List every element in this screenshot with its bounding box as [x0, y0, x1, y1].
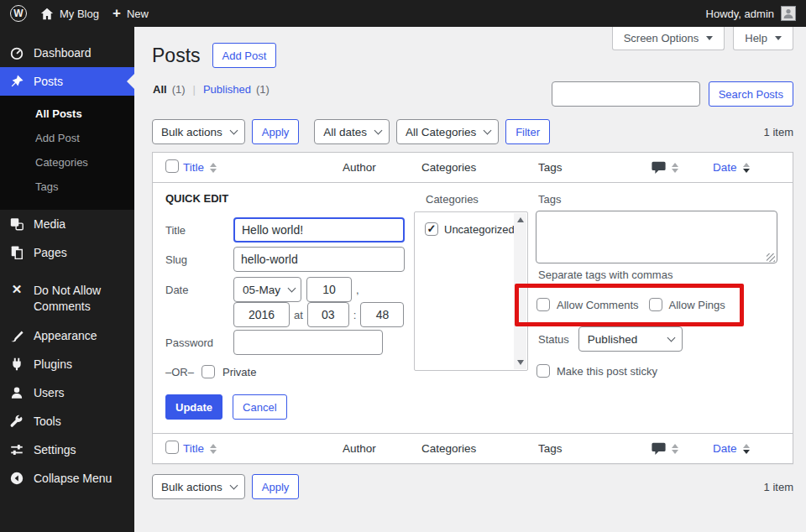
date-colon: : — [353, 309, 357, 321]
sidebar-item-tools[interactable]: Tools — [0, 407, 134, 436]
dashboard-icon — [8, 45, 25, 60]
all-categories-select[interactable]: All Categories — [396, 119, 499, 144]
submenu-item-all-posts[interactable]: All Posts — [0, 102, 134, 126]
view-all-link[interactable]: All — [153, 83, 167, 96]
page-title: Posts — [152, 44, 201, 67]
sidebar-item-media[interactable]: Media — [0, 210, 134, 238]
sidebar-item-dashboard[interactable]: Dashboard — [0, 39, 134, 67]
submenu-item-categories[interactable]: Categories — [0, 150, 134, 175]
sticky-checkbox[interactable] — [536, 364, 550, 378]
private-label: Private — [222, 366, 256, 378]
sort-title-link[interactable]: Title — [183, 442, 204, 455]
wordpress-logo-icon[interactable]: W — [10, 5, 27, 22]
day-input[interactable] — [306, 277, 352, 302]
sort-arrows-icon — [672, 444, 678, 454]
site-name-label: My Blog — [60, 8, 99, 20]
bulk-actions-value: Bulk actions — [161, 481, 222, 493]
sort-title-link[interactable]: Title — [183, 161, 204, 174]
sidebar-item-plugins[interactable]: Plugins — [0, 350, 134, 378]
search-input[interactable] — [552, 81, 700, 107]
sidebar-item-label: Users — [34, 386, 65, 399]
sidebar-item-label: Tools — [34, 415, 61, 428]
bulk-actions-select-bottom[interactable]: Bulk actions — [152, 474, 245, 499]
posts-submenu: All Posts Add Post Categories Tags — [0, 96, 134, 210]
pages-icon — [8, 245, 25, 260]
status-select[interactable]: Published — [578, 326, 683, 352]
sliders-icon — [8, 442, 25, 457]
scroll-down-icon[interactable] — [517, 360, 524, 365]
search-posts-button[interactable]: Search Posts — [709, 81, 793, 107]
chevron-down-icon — [374, 126, 383, 134]
screen-options-button[interactable]: Screen Options — [612, 27, 725, 50]
submenu-item-add-post[interactable]: Add Post — [0, 126, 134, 150]
table-header-row: Title Author Categories Tags Date — [153, 153, 793, 183]
submenu-item-tags[interactable]: Tags — [0, 175, 134, 199]
update-button[interactable]: Update — [165, 394, 222, 420]
category-list-item: Uncategorized — [415, 212, 527, 236]
sidebar-item-label: Plugins — [34, 357, 72, 371]
select-all-checkbox[interactable] — [165, 159, 179, 173]
year-input[interactable] — [233, 302, 290, 327]
column-author: Author — [343, 161, 421, 174]
all-dates-value: All dates — [323, 126, 367, 138]
hour-input[interactable] — [307, 302, 349, 327]
allow-comments-checkbox[interactable] — [536, 298, 550, 311]
scroll-up-icon[interactable] — [517, 217, 524, 222]
new-label: New — [127, 8, 149, 20]
password-label: Password — [165, 336, 233, 349]
filter-button[interactable]: Filter — [505, 119, 550, 144]
slug-input[interactable] — [233, 247, 405, 272]
month-select[interactable]: 05-May — [233, 277, 301, 302]
sort-date-link[interactable]: Date — [713, 161, 737, 174]
sidebar-item-collapse-menu[interactable]: Collapse Menu — [0, 464, 134, 493]
allow-pings-checkbox[interactable] — [649, 298, 662, 311]
screen-options-label: Screen Options — [624, 32, 699, 44]
sidebar-item-settings[interactable]: Settings — [0, 436, 134, 464]
cancel-button[interactable]: Cancel — [233, 394, 286, 420]
sort-arrows-icon — [743, 444, 750, 454]
tags-textarea[interactable] — [536, 211, 777, 263]
comments-icon[interactable] — [652, 161, 666, 175]
chevron-down-icon — [706, 36, 713, 40]
apply-button[interactable]: Apply — [252, 119, 300, 144]
title-input[interactable] — [233, 217, 405, 243]
view-published-link[interactable]: Published — [203, 83, 251, 96]
view-published-count: (1) — [256, 83, 270, 96]
month-value: 05-May — [243, 284, 280, 296]
help-button[interactable]: Help — [733, 27, 793, 50]
apply-button-bottom[interactable]: Apply — [252, 474, 300, 499]
sidebar-item-do-not-allow-comments[interactable]: ✕ Do Not Allow Comments — [0, 277, 126, 321]
status-value: Published — [588, 333, 637, 346]
bulk-actions-select[interactable]: Bulk actions — [152, 119, 245, 144]
media-icon — [8, 216, 25, 232]
sidebar-item-pages[interactable]: Pages — [0, 238, 134, 267]
allow-comments-label: Allow Comments — [557, 299, 639, 311]
uncategorized-checkbox[interactable] — [425, 222, 438, 236]
password-input[interactable] — [233, 330, 383, 355]
site-name-menu[interactable]: My Blog — [40, 8, 99, 20]
sidebar-item-label: Posts — [34, 75, 63, 88]
sort-arrows-icon — [672, 163, 678, 173]
scrollbar[interactable] — [514, 213, 526, 369]
avatar[interactable] — [781, 6, 796, 21]
chevron-down-icon — [229, 481, 238, 489]
admin-bar: W My Blog + New Howdy, admin — [0, 0, 806, 27]
sidebar-item-appearance[interactable]: Appearance — [0, 321, 134, 350]
select-all-checkbox[interactable] — [165, 441, 179, 454]
sidebar-item-label: Do Not Allow Comments — [34, 283, 118, 315]
sidebar-item-users[interactable]: Users — [0, 378, 134, 407]
sort-date-link[interactable]: Date — [713, 442, 737, 455]
comments-icon[interactable] — [652, 442, 666, 456]
all-categories-value: All Categories — [406, 126, 476, 138]
all-dates-select[interactable]: All dates — [314, 119, 390, 144]
resize-grip-icon[interactable] — [767, 253, 775, 262]
add-post-button[interactable]: Add Post — [212, 43, 277, 68]
sidebar-item-posts[interactable]: Posts — [0, 67, 134, 96]
howdy-text[interactable]: Howdy, admin — [706, 8, 774, 20]
collapse-icon — [8, 471, 25, 486]
sidebar-item-label: Media — [34, 217, 65, 231]
minute-input[interactable] — [360, 302, 404, 327]
sidebar-item-label: Settings — [34, 443, 76, 456]
private-checkbox[interactable] — [202, 365, 215, 378]
new-content-menu[interactable]: + New — [113, 8, 149, 20]
